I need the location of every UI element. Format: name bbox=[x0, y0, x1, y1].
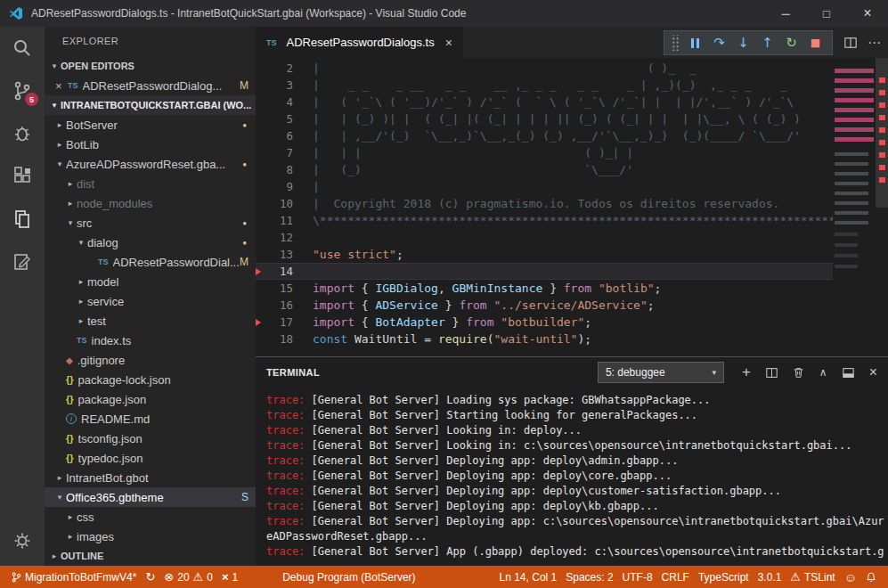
git-status-badge: S bbox=[241, 491, 248, 503]
code-line-9[interactable]: 9| | bbox=[256, 178, 833, 195]
tslint-item[interactable]: ⚠ TSLint bbox=[786, 570, 839, 584]
tree-folder-BotServer[interactable]: ▸BotServer● bbox=[45, 115, 256, 135]
split-terminal-icon[interactable] bbox=[766, 367, 778, 379]
tree-folder-dist[interactable]: ▸dist bbox=[45, 174, 256, 193]
version-item[interactable]: 3.0.1 bbox=[754, 571, 786, 584]
debug-launch-item[interactable]: Debug Program (BotServer) bbox=[278, 566, 420, 588]
tree-folder-dialog[interactable]: ▾dialog● bbox=[45, 233, 256, 252]
tab-terminal[interactable]: TERMINAL bbox=[266, 367, 320, 378]
code-line-16[interactable]: 16import { ADService } from "../service/… bbox=[256, 297, 833, 314]
step-out-button[interactable]: ↑ bbox=[755, 31, 779, 54]
extensions-icon[interactable] bbox=[0, 155, 45, 198]
encoding-item[interactable]: UTF-8 bbox=[618, 571, 657, 584]
tree-file-tsconfig.json[interactable]: {}tsconfig.json bbox=[45, 429, 256, 448]
code-line-13[interactable]: 13"use strict"; bbox=[256, 246, 833, 263]
tree-folder-BotLib[interactable]: ▸BotLib bbox=[45, 135, 256, 154]
code-line-7[interactable]: 7| | | ( )_| | | bbox=[256, 144, 833, 161]
more-actions-icon[interactable]: ⋯ bbox=[868, 35, 881, 51]
tree-folder-css[interactable]: ▸css bbox=[45, 507, 256, 527]
tree-file-package-lock.json[interactable]: {}package-lock.json bbox=[45, 370, 256, 389]
close-icon[interactable]: × bbox=[445, 36, 452, 50]
code-line-2[interactable]: 2| ( )_ _ | bbox=[256, 60, 833, 77]
debug-icon[interactable] bbox=[0, 112, 45, 155]
workspace-header[interactable]: ▾ INTRANETBOTQUICKSTART.GBAI (WO... bbox=[45, 95, 256, 115]
git-branch-item[interactable]: MigrationToBotFmwV4* bbox=[7, 566, 141, 588]
code-line-5[interactable]: 5| | (_) )| | ( (_| |( (_| | | | || (_) … bbox=[256, 110, 833, 127]
minimap-text bbox=[835, 152, 868, 225]
tree-folder-node_modules[interactable]: ▸node_modules bbox=[45, 193, 256, 213]
settings-gear-icon[interactable] bbox=[0, 519, 45, 562]
problems-item[interactable]: ⊗ 20 ⚠ 0 bbox=[159, 566, 217, 588]
maximize-button[interactable]: □ bbox=[806, 0, 847, 27]
tree-folder-service[interactable]: ▸service bbox=[45, 291, 256, 311]
minimize-button[interactable]: ─ bbox=[765, 0, 806, 27]
tasks-item[interactable]: × 1 bbox=[217, 566, 242, 588]
maximize-panel-icon[interactable]: ∧ bbox=[819, 366, 827, 379]
tree-folder-test[interactable]: ▸test bbox=[45, 311, 256, 331]
debug-toolbar: ↷ ↓ ↑ ↻ ■ bbox=[664, 30, 833, 55]
stop-button[interactable]: ■ bbox=[803, 31, 827, 54]
code-line-4[interactable]: 4| ( '_`\ ( '__)/'_` ) /'_` ( ` \ ( '_`\… bbox=[256, 94, 833, 110]
tab-bar: TS ADResetPasswordDialogs.ts × ↷ ↓ ↑ ↻ ■ bbox=[256, 27, 888, 58]
drag-handle[interactable] bbox=[671, 35, 679, 51]
sidebar-title: EXPLORER bbox=[45, 27, 256, 56]
terminal-session-select[interactable]: 5: debuggee ▾ bbox=[598, 362, 724, 383]
feedback-smiley-icon[interactable]: ☺ bbox=[840, 570, 861, 584]
sync-item[interactable]: ↻ bbox=[141, 566, 159, 588]
toggle-panel-icon[interactable] bbox=[843, 367, 854, 379]
code-line-17[interactable]: 17import { BotAdapter } from "botbuilder… bbox=[256, 314, 833, 331]
tree-folder-src[interactable]: ▾src● bbox=[45, 213, 256, 233]
code-editor[interactable]: 2| ( )_ _ |3| _ _ _ __ _ _ __ ,_ _ _ _ _… bbox=[256, 58, 888, 356]
step-over-button[interactable]: ↷ bbox=[707, 31, 731, 54]
kill-terminal-icon[interactable] bbox=[793, 366, 804, 379]
open-editor-item[interactable]: × TS ADResetPasswordDialog... M bbox=[45, 76, 256, 95]
overview-ruler[interactable] bbox=[876, 58, 888, 356]
search-icon[interactable] bbox=[0, 27, 45, 69]
eol-item[interactable]: CRLF bbox=[657, 571, 694, 584]
git-deleted-marker bbox=[256, 319, 261, 326]
code-line-12[interactable]: 12 bbox=[256, 229, 833, 246]
close-panel-icon[interactable]: × bbox=[869, 364, 877, 380]
source-control-icon[interactable]: 5 bbox=[0, 69, 45, 112]
code-line-8[interactable]: 8| (_) `\___/' | bbox=[256, 161, 833, 178]
tree-folder-images[interactable]: ▸images bbox=[45, 527, 256, 546]
edit-icon[interactable] bbox=[0, 241, 45, 283]
terminal-output[interactable]: trace: [General Bot Server] Loading sys … bbox=[256, 388, 888, 566]
code-line-15[interactable]: 15import { IGBDialog, GBMinInstance } fr… bbox=[256, 280, 833, 297]
files-icon[interactable] bbox=[0, 198, 45, 241]
code-line-6[interactable]: 6| | ,__/'(_) `\__,_)`\__,_(_) (_) ,__/'… bbox=[256, 127, 833, 144]
tree-folder-Office365.gbtheme[interactable]: ▾Office365.gbthemeS bbox=[45, 487, 256, 507]
split-editor-icon[interactable] bbox=[844, 37, 857, 49]
close-button[interactable]: × bbox=[847, 0, 888, 27]
tree-file-package.json[interactable]: {}package.json bbox=[45, 389, 256, 409]
notifications-bell-icon[interactable] bbox=[861, 571, 881, 584]
open-editors-header[interactable]: ▾ OPEN EDITORS bbox=[45, 56, 256, 76]
cursor-position-item[interactable]: Ln 14, Col 1 bbox=[495, 571, 562, 584]
language-item[interactable]: TypeScript bbox=[694, 571, 754, 584]
step-into-button[interactable]: ↓ bbox=[731, 31, 755, 54]
tree-folder-model[interactable]: ▸model bbox=[45, 272, 256, 291]
pause-button[interactable] bbox=[683, 31, 707, 54]
tree-file-typedoc.json[interactable]: {}typedoc.json bbox=[45, 448, 256, 468]
tree-folder-IntranetBot.gbot[interactable]: ▸IntranetBot.gbot bbox=[45, 468, 256, 487]
code-line-18[interactable]: 18const WaitUntil = require("wait-until"… bbox=[256, 331, 833, 347]
restart-button[interactable]: ↻ bbox=[779, 31, 803, 54]
new-terminal-icon[interactable]: + bbox=[742, 363, 751, 381]
terminal-line: trace: [General Bot Server] Deploying ap… bbox=[266, 484, 888, 499]
tree-file-ADResetPasswordDial...[interactable]: TSADResetPasswordDial...M bbox=[45, 252, 256, 272]
line-number: 11 bbox=[264, 214, 293, 227]
indentation-item[interactable]: Spaces: 2 bbox=[561, 571, 617, 584]
code-line-3[interactable]: 3| _ _ _ __ _ _ __ ,_ _ _ _ _ _ | ,_)(_)… bbox=[256, 77, 833, 94]
tree-file-README.md[interactable]: iREADME.md bbox=[45, 409, 256, 429]
code-line-14[interactable]: 14 bbox=[256, 263, 833, 280]
minimap[interactable] bbox=[833, 58, 876, 356]
code-line-11[interactable]: 11\*************************************… bbox=[256, 212, 833, 229]
tab-adresetpassworddialogs[interactable]: TS ADResetPasswordDialogs.ts × bbox=[256, 27, 463, 58]
outline-header[interactable]: ▸ OUTLINE bbox=[45, 546, 256, 566]
close-icon[interactable]: × bbox=[55, 79, 68, 93]
file-tree: ▸BotServer●▸BotLib▾AzureADPasswordReset.… bbox=[45, 115, 256, 546]
tree-file-.gitignore[interactable]: ◆.gitignore bbox=[45, 350, 256, 370]
code-line-10[interactable]: 10| Copyright 2018 (c) pragmatismo.io. T… bbox=[256, 195, 833, 212]
tree-file-index.ts[interactable]: TSindex.ts bbox=[45, 331, 256, 350]
tree-folder-AzureADPasswordReset.gba...[interactable]: ▾AzureADPasswordReset.gba...● bbox=[45, 154, 256, 174]
